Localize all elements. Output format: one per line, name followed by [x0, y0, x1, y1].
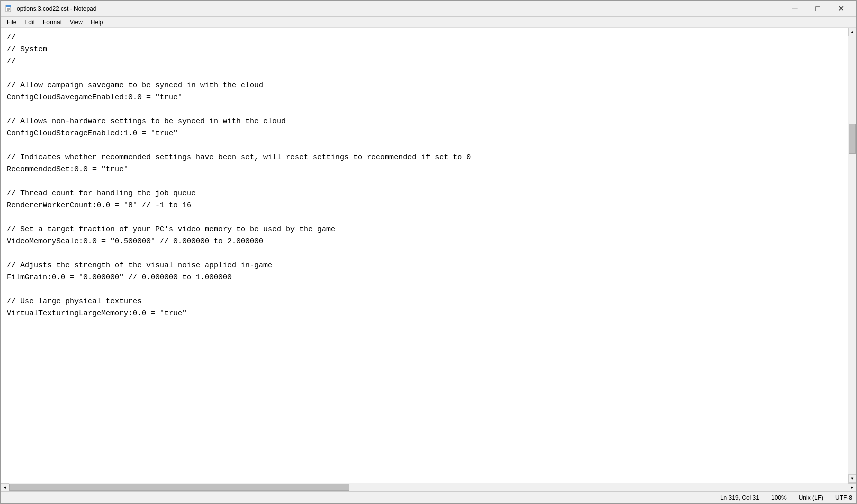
title-bar-left: options.3.cod22.cst - Notepad	[5, 5, 96, 13]
scroll-thumb-v[interactable]	[849, 124, 856, 154]
menu-file[interactable]: File	[3, 18, 20, 27]
scroll-up-arrow[interactable]: ▲	[848, 28, 857, 36]
zoom-level: 100%	[771, 494, 787, 501]
menu-bar: File Edit Format View Help	[1, 17, 856, 28]
status-bar: Ln 319, Col 31 100% Unix (LF) UTF-8	[1, 491, 856, 503]
vertical-scrollbar[interactable]: ▲ ▼	[848, 28, 856, 483]
title-bar: options.3.cod22.cst - Notepad ─ □ ✕	[1, 1, 856, 17]
window-controls: ─ □ ✕	[783, 1, 852, 17]
maximize-button[interactable]: □	[806, 1, 829, 17]
editor-content[interactable]: // // System // // Allow campaign savega…	[1, 28, 848, 483]
menu-help[interactable]: Help	[87, 18, 107, 27]
notepad-window: options.3.cod22.cst - Notepad ─ □ ✕ File…	[0, 0, 857, 504]
svg-rect-1	[6, 5, 11, 7]
minimize-button[interactable]: ─	[783, 1, 806, 17]
close-button[interactable]: ✕	[829, 1, 852, 17]
scroll-right-arrow[interactable]: ►	[848, 483, 856, 492]
editor-area: // // System // // Allow campaign savega…	[1, 28, 856, 483]
cursor-position: Ln 319, Col 31	[720, 494, 759, 501]
scroll-down-arrow[interactable]: ▼	[848, 474, 857, 483]
line-ending: Unix (LF)	[799, 494, 823, 501]
scroll-track-h[interactable]	[9, 483, 848, 491]
menu-view[interactable]: View	[66, 18, 87, 27]
menu-format[interactable]: Format	[39, 18, 66, 27]
app-icon	[5, 5, 13, 13]
menu-edit[interactable]: Edit	[20, 18, 39, 27]
bottom-area: ◄ ► Ln 319, Col 31 100% Unix (LF) UTF-8	[1, 483, 856, 503]
window-title: options.3.cod22.cst - Notepad	[17, 5, 96, 12]
scroll-thumb-h[interactable]	[9, 484, 349, 491]
horizontal-scrollbar[interactable]: ◄ ►	[1, 483, 856, 491]
scroll-track-v[interactable]	[848, 36, 856, 474]
scroll-left-arrow[interactable]: ◄	[1, 483, 9, 492]
encoding: UTF-8	[835, 494, 852, 501]
